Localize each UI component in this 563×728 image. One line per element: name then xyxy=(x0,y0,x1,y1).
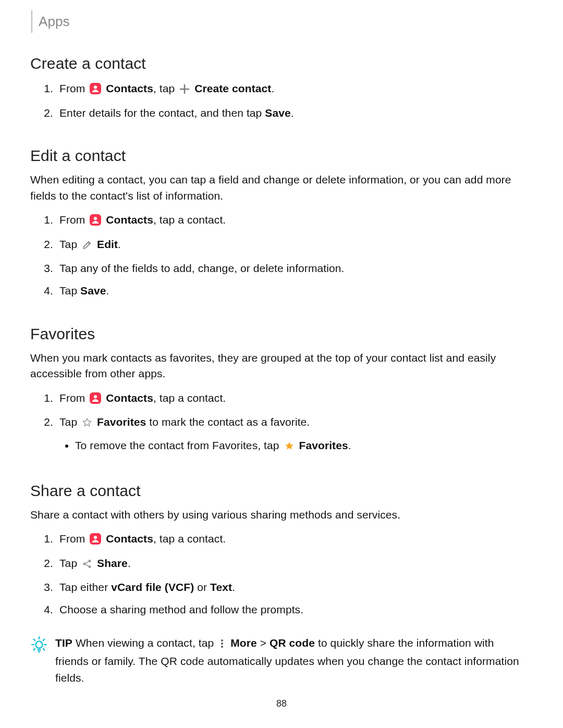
heading-share-contact: Share a contact xyxy=(30,482,533,500)
contacts-icon xyxy=(90,532,101,550)
breadcrumb-apps: Apps xyxy=(31,10,75,33)
svg-point-7 xyxy=(94,536,97,539)
step-fav-1: From Contacts, tap a contact. xyxy=(56,389,533,410)
more-vertical-icon xyxy=(218,637,226,653)
tip-label: TIP xyxy=(55,637,72,649)
edit-label: Edit xyxy=(97,238,118,250)
step-create-1: From Contacts, tap Create contact. xyxy=(56,80,533,100)
step-share-1: From Contacts, tap a contact. xyxy=(56,530,533,550)
heading-edit-contact: Edit a contact xyxy=(30,147,533,165)
svg-point-13 xyxy=(221,643,223,645)
svg-point-11 xyxy=(36,641,43,648)
contacts-icon xyxy=(90,213,101,231)
page-content: Apps Create a contact From Contacts, tap… xyxy=(0,0,563,686)
plus-icon xyxy=(179,82,190,100)
tip-callout: TIP When viewing a contact, tap More > Q… xyxy=(30,635,533,686)
contacts-label: Contacts xyxy=(106,392,153,404)
page-number: 88 xyxy=(0,698,563,709)
step-share-3: Tap either vCard file (VCF) or Text. xyxy=(56,578,533,597)
svg-point-1 xyxy=(94,85,97,89)
svg-point-12 xyxy=(221,639,223,641)
star-filled-icon xyxy=(284,439,295,457)
more-label: More xyxy=(230,637,257,649)
contacts-label: Contacts xyxy=(106,82,153,94)
list-share: From Contacts, tap a contact. Tap Share.… xyxy=(30,530,533,619)
list-create: From Contacts, tap Create contact. Enter… xyxy=(30,80,533,122)
edit-pencil-icon xyxy=(82,238,92,256)
step-edit-1: From Contacts, tap a contact. xyxy=(56,211,533,231)
create-contact-label: Create contact xyxy=(194,82,271,94)
step-share-4: Choose a sharing method and follow the p… xyxy=(56,601,533,619)
save-label: Save xyxy=(265,107,290,119)
intro-edit: When editing a contact, you can tap a fi… xyxy=(30,172,533,204)
contacts-label: Contacts xyxy=(106,533,153,545)
step-edit-2: Tap Edit. xyxy=(56,236,533,256)
list-edit: From Contacts, tap a contact. Tap Edit. … xyxy=(30,211,533,300)
heading-favorites: Favorites xyxy=(30,325,533,343)
step-share-2: Tap Share. xyxy=(56,554,533,575)
intro-favorites: When you mark contacts as favorites, the… xyxy=(30,350,533,382)
favorites-label: Favorites xyxy=(97,416,146,428)
share-label: Share xyxy=(97,557,128,569)
contacts-icon xyxy=(90,391,101,410)
lightbulb-tip-icon xyxy=(30,636,48,658)
text-label: Text xyxy=(210,581,232,593)
svg-point-14 xyxy=(221,646,223,648)
vcard-label: vCard file (VCF) xyxy=(111,581,194,593)
step-create-2: Enter details for the contact, and then … xyxy=(56,104,533,122)
tip-text: TIP When viewing a contact, tap More > Q… xyxy=(55,635,522,686)
favorites-label: Favorites xyxy=(299,439,348,451)
contacts-icon xyxy=(90,82,101,100)
step-edit-3: Tap any of the fields to add, change, or… xyxy=(56,260,533,278)
share-icon xyxy=(82,557,92,575)
step-fav-2: Tap Favorites to mark the contact as a f… xyxy=(56,413,533,456)
qr-code-label: QR code xyxy=(270,637,315,649)
svg-point-3 xyxy=(94,217,97,220)
contacts-label: Contacts xyxy=(106,214,153,226)
intro-share: Share a contact with others by using var… xyxy=(30,507,533,523)
svg-point-5 xyxy=(94,395,97,398)
step-edit-4: Tap Save. xyxy=(56,282,533,300)
save-label: Save xyxy=(80,285,106,297)
step-fav-sub: To remove the contact from Favorites, ta… xyxy=(75,437,533,457)
heading-create-contact: Create a contact xyxy=(30,55,533,72)
star-outline-icon xyxy=(82,415,92,434)
list-favorites: From Contacts, tap a contact. Tap Favori… xyxy=(30,389,533,457)
